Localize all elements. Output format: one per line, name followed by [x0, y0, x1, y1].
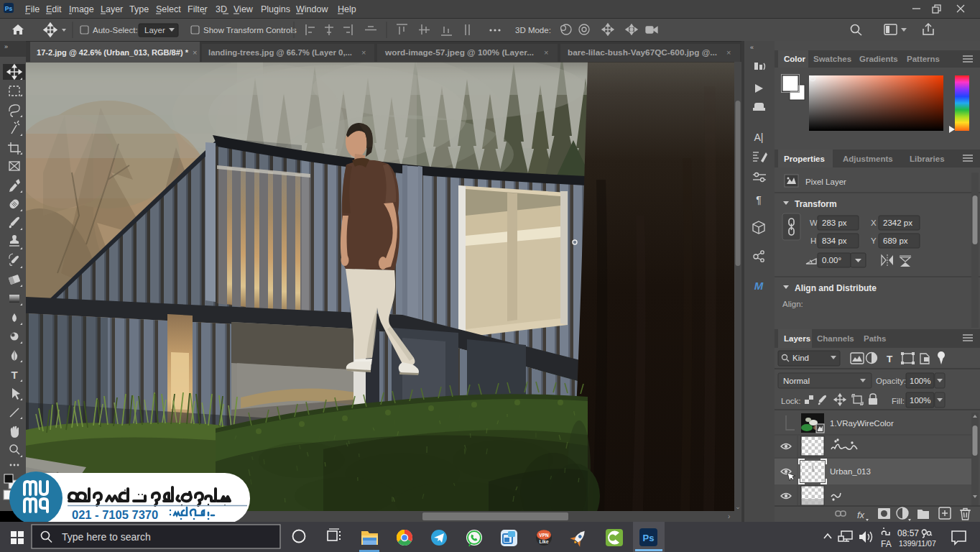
svg-text:Fill:: Fill:	[892, 397, 905, 405]
svg-text:Align and Distribute: Align and Distribute	[795, 283, 877, 293]
svg-text:Layer: Layer	[101, 4, 123, 14]
svg-text:Gradients: Gradients	[859, 55, 898, 63]
svg-text:»: »	[4, 43, 8, 50]
svg-text:3D: 3D	[216, 4, 227, 14]
svg-text:Transform: Transform	[795, 199, 837, 209]
svg-text:Opacity:: Opacity:	[876, 377, 906, 385]
svg-text:fx: fx	[857, 510, 865, 520]
svg-text:Select: Select	[156, 4, 181, 14]
svg-text:T: T	[887, 354, 893, 364]
svg-text:Auto-Select:: Auto-Select:	[93, 26, 138, 34]
svg-text:Ps: Ps	[5, 5, 13, 12]
svg-text:Kind: Kind	[792, 354, 809, 362]
svg-text:M: M	[754, 280, 764, 292]
svg-text:Type: Type	[129, 4, 149, 14]
svg-text:VPN: VPN	[539, 533, 549, 538]
svg-text:17-2.jpg @ 42.6% (Urban_013, R: 17-2.jpg @ 42.6% (Urban_013, RGB/8#) *	[37, 48, 189, 57]
svg-text:landing-trees.jpg @ 66.7% (Lay: landing-trees.jpg @ 66.7% (Layer 0,...	[208, 48, 352, 57]
svg-text:T: T	[11, 369, 17, 381]
svg-text:FA: FA	[881, 539, 892, 549]
svg-text:Layer: Layer	[144, 26, 165, 34]
svg-text:View: View	[234, 4, 254, 14]
svg-text:⌄: ⌄	[735, 503, 741, 510]
svg-text:021 - 7105 7370: 021 - 7105 7370	[72, 508, 158, 521]
svg-text:Channels: Channels	[817, 334, 854, 343]
svg-text:A|: A|	[754, 132, 764, 143]
svg-text:Show Transform Controls: Show Transform Controls	[203, 26, 297, 34]
svg-text:Y: Y	[871, 236, 877, 245]
svg-text:Plugins: Plugins	[261, 4, 290, 14]
svg-text:Patterns: Patterns	[907, 55, 940, 63]
svg-text:Type here to search: Type here to search	[62, 531, 151, 543]
svg-text:›: ›	[728, 512, 730, 520]
svg-text:Align:: Align:	[782, 300, 803, 308]
svg-text:bare-lilac-bush-Vay67QC-600.jp: bare-lilac-bush-Vay67QC-600.jpg @...	[568, 48, 717, 57]
svg-text:File: File	[25, 4, 40, 14]
svg-text:Color: Color	[784, 55, 806, 63]
svg-text:1399/11/07: 1399/11/07	[899, 539, 936, 548]
svg-text:Adjustments: Adjustments	[843, 155, 893, 163]
svg-text:¶: ¶	[756, 194, 762, 206]
svg-text:283 px: 283 px	[822, 218, 847, 227]
svg-text:×: ×	[193, 48, 197, 57]
svg-text:×: ×	[544, 48, 548, 57]
svg-text:W: W	[810, 218, 818, 227]
svg-text:834 px: 834 px	[822, 236, 847, 245]
svg-text:0.00°: 0.00°	[822, 256, 841, 264]
svg-text:Window: Window	[296, 4, 328, 14]
svg-text:word-image-57.jpeg @ 100% (Lay: word-image-57.jpeg @ 100% (Layer...	[384, 48, 534, 57]
svg-text:×: ×	[726, 48, 731, 57]
svg-text:Filter: Filter	[188, 4, 208, 14]
svg-text:2342 px: 2342 px	[883, 218, 912, 227]
svg-text:Image: Image	[69, 4, 94, 14]
svg-text:08:57: 08:57	[897, 528, 919, 538]
svg-text:100%: 100%	[910, 396, 930, 405]
svg-text:Ps: Ps	[643, 533, 655, 543]
svg-text:H: H	[810, 236, 816, 245]
svg-text:Properties: Properties	[784, 155, 825, 163]
svg-text:Like: Like	[539, 539, 548, 544]
svg-text:Normal: Normal	[783, 377, 810, 385]
svg-text:Layers: Layers	[784, 334, 810, 343]
svg-text:100%: 100%	[910, 377, 930, 385]
svg-text:689 px: 689 px	[883, 236, 908, 245]
svg-text:Edit: Edit	[46, 4, 62, 14]
svg-text:Libraries: Libraries	[910, 155, 945, 163]
svg-text:«: «	[750, 44, 754, 51]
svg-text:Pixel Layer: Pixel Layer	[805, 178, 846, 186]
svg-text:X: X	[871, 218, 877, 227]
svg-text:1.VRayWireColor: 1.VRayWireColor	[830, 419, 894, 428]
svg-text:3D Mode:: 3D Mode:	[515, 26, 551, 34]
svg-text:Swatches: Swatches	[813, 55, 851, 63]
svg-text:Help: Help	[338, 4, 356, 14]
svg-text:Paths: Paths	[864, 334, 886, 343]
svg-text:Urban_013: Urban_013	[830, 467, 871, 476]
svg-text:Lock:: Lock:	[781, 397, 801, 405]
svg-text:×: ×	[361, 48, 366, 57]
